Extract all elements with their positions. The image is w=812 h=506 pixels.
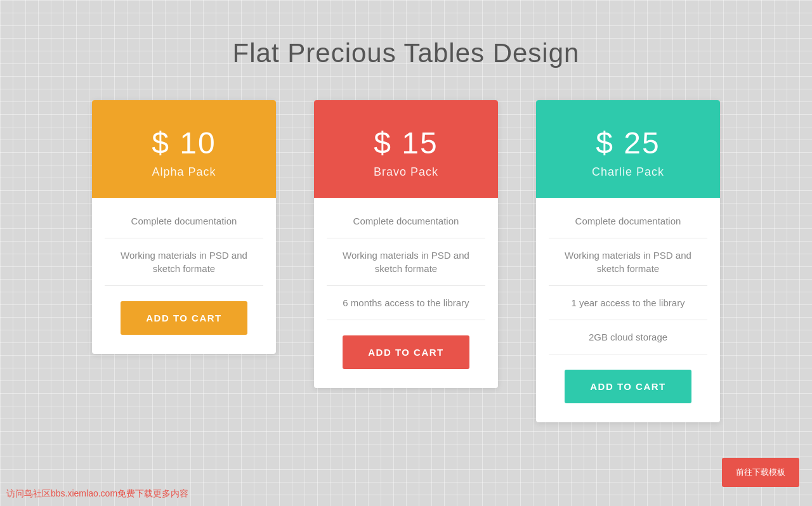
card-charlie: $ 25 Charlie Pack Complete documentation…: [536, 100, 720, 422]
card-alpha-feature-1: Complete documentation: [105, 204, 263, 238]
card-bravo-feature-1: Complete documentation: [327, 204, 485, 238]
card-alpha-price: $ 10: [152, 126, 216, 160]
card-bravo-feature-2: Working materials in PSD and sketch form…: [327, 238, 485, 286]
card-bravo-feature-3: 6 months access to the library: [327, 286, 485, 320]
card-bravo-pack-name: Bravo Pack: [374, 165, 438, 179]
card-charlie-feature-2: Working materials in PSD and sketch form…: [549, 238, 707, 286]
card-bravo-price: $ 15: [374, 126, 438, 160]
card-alpha: $ 10 Alpha Pack Complete documentation W…: [92, 100, 276, 354]
pricing-cards-container: $ 10 Alpha Pack Complete documentation W…: [0, 100, 812, 422]
card-charlie-price: $ 25: [596, 126, 660, 160]
card-charlie-feature-3: 1 year access to the library: [549, 286, 707, 320]
download-template-button[interactable]: 前往下载模板: [722, 458, 799, 487]
card-alpha-feature-2: Working materials in PSD and sketch form…: [105, 238, 263, 286]
card-bravo-body: Complete documentation Working materials…: [314, 198, 498, 388]
card-charlie-body: Complete documentation Working materials…: [536, 198, 720, 422]
add-to-cart-alpha[interactable]: ADD TO CART: [121, 301, 247, 335]
watermark-text: 访问鸟社区bbs.xiemlao.com免费下载更多内容: [6, 488, 188, 500]
card-alpha-pack-name: Alpha Pack: [152, 165, 216, 179]
page-title: Flat Precious Tables Design: [233, 38, 580, 68]
add-to-cart-charlie[interactable]: ADD TO CART: [565, 370, 691, 403]
card-alpha-body: Complete documentation Working materials…: [92, 198, 276, 354]
card-bravo-header: $ 15 Bravo Pack: [314, 100, 498, 198]
card-charlie-header: $ 25 Charlie Pack: [536, 100, 720, 198]
card-charlie-feature-4: 2GB cloud storage: [549, 320, 707, 354]
card-charlie-pack-name: Charlie Pack: [592, 165, 664, 179]
card-alpha-header: $ 10 Alpha Pack: [92, 100, 276, 198]
card-bravo: $ 15 Bravo Pack Complete documentation W…: [314, 100, 498, 388]
card-charlie-feature-1: Complete documentation: [549, 204, 707, 238]
add-to-cart-bravo[interactable]: ADD TO CART: [343, 335, 469, 369]
